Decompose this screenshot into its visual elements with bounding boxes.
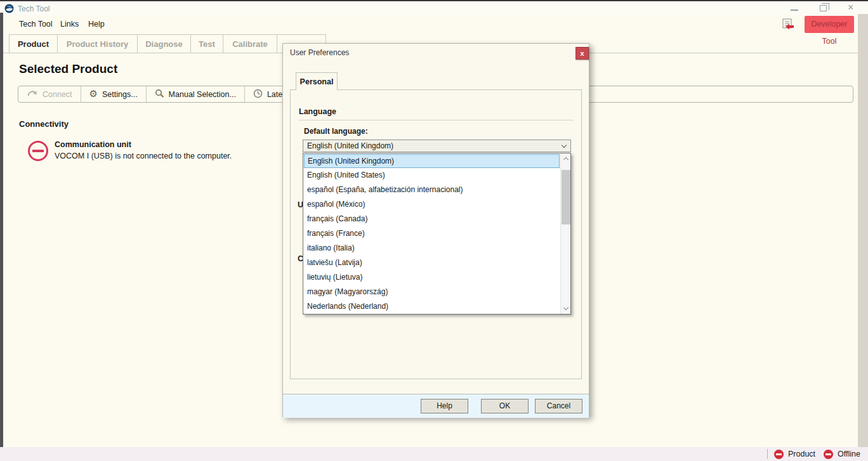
- window-right-strip: [858, 14, 868, 447]
- language-option[interactable]: lietuvių (Lietuva): [303, 270, 560, 285]
- language-section-rule: [299, 120, 574, 120]
- magnifier-icon: [155, 89, 164, 100]
- product-status-icon: [774, 450, 784, 459]
- main-tabbar: Product Product History Diagnose Test Ca…: [9, 34, 326, 53]
- feedback-note-icon[interactable]: [782, 18, 795, 34]
- dialog-title: User Preferences: [290, 48, 349, 57]
- menu-links[interactable]: Links: [60, 20, 79, 29]
- settings-button[interactable]: ⚙ Settings...: [81, 86, 146, 102]
- communication-unit-title: Communication unit: [55, 140, 131, 149]
- cancel-button[interactable]: Cancel: [535, 399, 582, 413]
- menubar: Tech Tool Links Help: [0, 15, 858, 33]
- offline-status-icon: [824, 450, 833, 459]
- gear-icon: ⚙: [89, 89, 98, 99]
- tab-product[interactable]: Product: [9, 34, 58, 53]
- connect-icon: [27, 89, 38, 100]
- scrollbar-thumb[interactable]: [562, 170, 570, 224]
- minimize-icon[interactable]: [791, 10, 798, 11]
- tab-diagnose[interactable]: Diagnose: [138, 34, 191, 53]
- language-section-label: Language: [299, 107, 336, 116]
- manual-selection-button[interactable]: Manual Selection...: [147, 86, 244, 102]
- status-bar: [0, 447, 868, 461]
- window-titlebar: Tech Tool ×: [0, 1, 868, 15]
- restore-icon[interactable]: [820, 5, 827, 11]
- not-connected-icon: [28, 141, 48, 161]
- default-language-select[interactable]: English (United Kingdom): [303, 140, 571, 152]
- language-option[interactable]: français (Canada): [303, 212, 560, 226]
- language-dropdown-list: English (United Kingdom) English (United…: [303, 153, 571, 315]
- tab-calibrate[interactable]: Calibrate: [223, 34, 277, 53]
- product-status-label: Product: [788, 450, 815, 458]
- scroll-down-icon[interactable]: [561, 303, 571, 314]
- language-option[interactable]: magyar (Magyarország): [303, 285, 560, 299]
- connectivity-heading: Connectivity: [19, 119, 69, 129]
- window-left-edge: [0, 13, 3, 448]
- offline-status-label: Offline: [838, 450, 860, 458]
- menu-tech-tool[interactable]: Tech Tool: [19, 20, 53, 29]
- tab-personal[interactable]: Personal: [296, 72, 338, 90]
- connect-button[interactable]: Connect: [18, 86, 81, 102]
- help-button[interactable]: Help: [421, 399, 468, 413]
- language-option[interactable]: Nederlands (Nederland): [303, 299, 560, 314]
- selected-language-value: English (United Kingdom): [307, 141, 393, 150]
- default-language-label: Default language:: [304, 127, 368, 136]
- tab-test[interactable]: Test: [191, 34, 223, 53]
- chevron-down-icon: [562, 143, 567, 148]
- language-option[interactable]: français (France): [303, 226, 560, 241]
- language-option[interactable]: English (United Kingdom): [304, 154, 560, 168]
- ok-button[interactable]: OK: [481, 399, 529, 413]
- window-title: Tech Tool: [18, 4, 49, 13]
- language-option[interactable]: latviešu (Latvija): [303, 256, 560, 270]
- language-option[interactable]: italiano (Italia): [303, 241, 560, 256]
- app-logo-icon: [4, 4, 14, 16]
- scroll-up-icon[interactable]: [561, 153, 571, 164]
- page-title: Selected Product: [19, 62, 117, 76]
- language-option[interactable]: English (United States): [303, 168, 560, 183]
- status-bar-divider: [767, 449, 768, 459]
- tab-product-history[interactable]: Product History: [58, 34, 138, 53]
- user-preferences-dialog: User Preferences x Personal Language Def…: [282, 43, 589, 417]
- close-window-icon[interactable]: ×: [848, 2, 853, 13]
- dialog-close-icon[interactable]: x: [575, 47, 589, 60]
- communication-unit-message: VOCOM I (USB) is not connected to the co…: [55, 152, 232, 160]
- dropdown-scrollbar[interactable]: [560, 153, 570, 314]
- menu-help[interactable]: Help: [88, 20, 105, 29]
- clock-icon: [253, 89, 263, 100]
- language-option[interactable]: español (España, alfabetización internac…: [303, 183, 560, 197]
- developer-tool-button[interactable]: Developer Tool: [805, 16, 854, 33]
- language-option[interactable]: español (México): [303, 197, 560, 212]
